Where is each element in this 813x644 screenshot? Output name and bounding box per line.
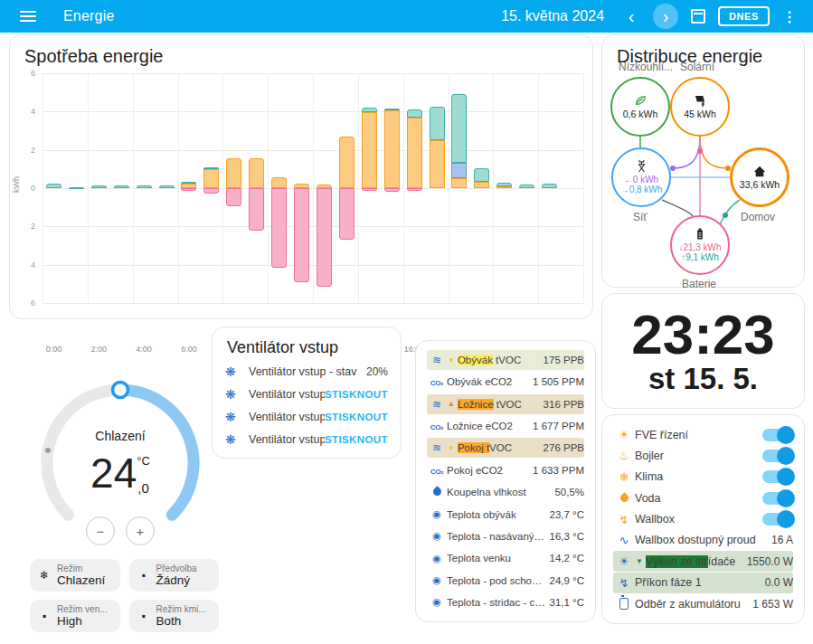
today-button[interactable]: DNES <box>718 6 770 26</box>
sensor-row[interactable]: ≋▼Pokoj tVOC276 PPB <box>427 438 584 458</box>
bar-grid-consumption-h19[interactable] <box>474 168 489 182</box>
bar-solar-consumption-h15[interactable] <box>384 110 400 188</box>
press-button[interactable]: STISKNOUT <box>325 412 388 422</box>
bar-return-to-grid-h11[interactable] <box>294 188 309 282</box>
toggle-switch[interactable] <box>762 429 793 441</box>
bar-solar-consumption-h14[interactable] <box>362 112 377 188</box>
bar-grid-consumption-h1[interactable] <box>69 187 84 189</box>
toggle-switch[interactable] <box>762 513 793 526</box>
toggle-switch[interactable] <box>762 470 793 483</box>
sensor-row[interactable]: Koupelna vlhkost50,5% <box>427 482 584 502</box>
trend-icon: ▼ <box>448 444 455 452</box>
bar-grid-consumption-h21[interactable] <box>519 185 534 188</box>
bar-return-to-grid-h15[interactable] <box>384 188 400 192</box>
bar-solar-consumption-h16[interactable] <box>407 118 422 188</box>
bar-grid-consumption-h2[interactable] <box>91 185 107 188</box>
bar-return-to-grid-h16[interactable] <box>407 188 422 191</box>
calendar-icon[interactable] <box>691 9 705 24</box>
bar-grid-consumption-h4[interactable] <box>137 185 152 188</box>
mode-pill-both[interactable]: ▪Režim kmi...Both <box>129 600 219 632</box>
control-row: ↯Wallbox <box>613 509 793 530</box>
toggle-switch[interactable] <box>762 492 793 505</box>
bar-grid-consumption-h5[interactable] <box>159 185 175 188</box>
row-label: Klima <box>635 470 755 483</box>
bar-grid-consumption-h17[interactable] <box>430 107 445 140</box>
sensor-value: 16,3 °C <box>550 531 584 542</box>
sensor-value: 316 PPB <box>544 399 584 410</box>
bar-grid-consumption-h16[interactable] <box>407 109 422 117</box>
node-home[interactable]: 33,6 kWh <box>730 147 789 207</box>
battery-icon <box>613 597 635 611</box>
bar-return-to-grid-h8[interactable] <box>226 188 241 206</box>
gridline-v <box>583 73 584 303</box>
sensor-row[interactable]: CO₂Pokoj eCO21 633 PPM <box>427 460 584 480</box>
y-axis-unit: kWh <box>12 176 21 193</box>
air-quality-icon: ≋ <box>427 354 447 366</box>
bar-solar-consumption-h8[interactable] <box>226 158 241 188</box>
bar-grid-consumption-h22[interactable] <box>542 184 557 188</box>
bar-grid-consumption-h3[interactable] <box>114 185 129 188</box>
node-low-carbon[interactable]: 0,6 kWh <box>610 77 670 137</box>
bar-grid-consumption-h0[interactable] <box>46 184 61 188</box>
control-row: ❄Klima <box>613 467 793 488</box>
bar-return-to-grid-h6[interactable] <box>181 188 196 191</box>
dot-icon: ▪ <box>138 569 149 582</box>
bar-battery-consumption-h18[interactable] <box>451 163 467 178</box>
prev-day-button[interactable]: ‹ <box>619 4 644 29</box>
sensor-row[interactable]: ≋▼Obývák tVOC175 PPB <box>427 350 584 370</box>
sensor-row[interactable]: ◉Teplota - pod schody u země24,9 °C <box>427 571 584 591</box>
node-battery[interactable]: ↓21,3 kWh ↑9,1 kWh <box>670 215 730 275</box>
sensor-row[interactable]: ◉Teplota - nasávaný vzduch16,3 °C <box>427 526 584 546</box>
bar-return-to-grid-h9[interactable] <box>249 188 264 231</box>
mode-pill-chlazení[interactable]: ❄RežimChlazení <box>30 559 120 592</box>
label-highlight: Výkon ze stř <box>646 555 708 568</box>
bar-return-to-grid-h10[interactable] <box>271 188 287 268</box>
sensor-list-card: ≋▼Obývák tVOC175 PPBCO₂Obývák eCO21 505 … <box>415 340 596 622</box>
bar-solar-consumption-h7[interactable] <box>203 169 219 188</box>
mode-pill-žádný[interactable]: ▪PředvolbaŽádný <box>129 559 219 592</box>
bar-solar-consumption-h17[interactable] <box>430 140 445 188</box>
bar-grid-consumption-h7[interactable] <box>203 167 219 169</box>
sensor-row[interactable]: ◉Teplota venku14,2 °C <box>427 548 584 568</box>
bar-solar-consumption-h13[interactable] <box>339 137 355 188</box>
temp-increase-button[interactable]: + <box>126 516 155 545</box>
sensor-row[interactable]: ≋▲Ložnice tVOC316 PPB <box>427 394 584 414</box>
co2-icon: CO₂ <box>427 420 447 432</box>
bar-grid-consumption-h20[interactable] <box>496 183 512 186</box>
node-solar[interactable]: 45 kWh <box>670 77 730 137</box>
sensor-row[interactable]: ◉Teplota - stridac - chladic31,1 °C <box>427 592 584 612</box>
node-label-home: Domov <box>741 211 775 223</box>
bar-solar-consumption-h9[interactable] <box>249 158 264 188</box>
bar-solar-consumption-h19[interactable] <box>474 182 489 188</box>
sensor-row[interactable]: CO₂Ložnice eCO21 677 PPM <box>427 416 584 436</box>
temp-decrease-button[interactable]: − <box>86 516 115 545</box>
sensor-row[interactable]: CO₂Obývák eCO21 505 PPM <box>427 372 584 392</box>
bar-solar-consumption-h18[interactable] <box>451 178 467 188</box>
node-grid[interactable]: ←0 kWh →0,8 kWh <box>611 147 671 207</box>
press-button[interactable]: STISKNOUT <box>325 389 388 400</box>
eye-icon: ◉ <box>427 508 447 520</box>
bar-solar-consumption-h20[interactable] <box>496 186 512 188</box>
bar-grid-consumption-h6[interactable] <box>181 182 196 185</box>
bar-grid-consumption-h15[interactable] <box>384 109 400 111</box>
bar-return-to-grid-h13[interactable] <box>339 188 355 240</box>
node-value-grid-out: ←0 kWh <box>624 175 658 185</box>
overflow-menu-icon[interactable]: ⋮ <box>779 8 800 25</box>
toggle-switch[interactable] <box>762 450 793 462</box>
gridline-v <box>358 73 359 303</box>
energy-chart-plot[interactable]: 0:002:004:006:008:0010:0012:0014:0016:00… <box>43 73 583 303</box>
fan-icon: ❋ <box>225 387 249 402</box>
bar-return-to-grid-h12[interactable] <box>317 188 332 287</box>
water-icon <box>613 491 635 505</box>
next-day-button[interactable]: › <box>653 4 678 29</box>
ventilator-card: Ventilátor vstup ❋Ventilátor vstup - sta… <box>212 327 402 459</box>
sensor-row[interactable]: ◉Teplota obývák23,7 °C <box>427 505 584 525</box>
press-button[interactable]: STISKNOUT <box>325 434 388 445</box>
bar-return-to-grid-h7[interactable] <box>203 188 219 194</box>
bar-return-to-grid-h14[interactable] <box>362 188 377 191</box>
bar-grid-consumption-h14[interactable] <box>362 108 377 112</box>
bar-solar-consumption-h10[interactable] <box>271 177 287 188</box>
mode-pill-high[interactable]: ▪Režim ven...High <box>30 600 120 632</box>
menu-icon[interactable] <box>20 11 36 22</box>
bar-grid-consumption-h18[interactable] <box>451 94 467 163</box>
